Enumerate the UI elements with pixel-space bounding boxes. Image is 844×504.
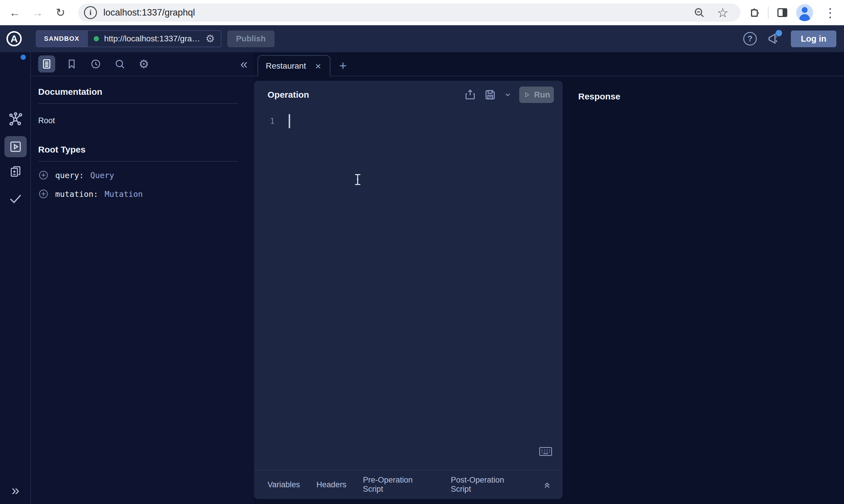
expand-footer-icon[interactable] [542,480,552,490]
bookmark-star-icon[interactable]: ☆ [713,3,732,22]
side-panel-icon[interactable] [776,6,789,19]
apollo-logo[interactable]: A [6,31,22,46]
response-title: Response [578,92,620,102]
apollo-header: A SANDBOX http://localhost:1337/gra… ⚙ P… [0,25,844,52]
tab-headers[interactable]: Headers [316,480,346,489]
sidebar-expand-icon[interactable]: » [0,482,31,498]
run-label: Run [534,90,550,100]
profile-avatar[interactable] [796,4,813,21]
operation-title: Operation [268,90,464,100]
connection-settings-icon[interactable]: ⚙ [205,33,215,44]
endpoint-url-field[interactable]: http://localhost:1337/gra… ⚙ [88,31,221,47]
field-name[interactable]: mutation: [55,190,98,199]
sidebar-item-schema[interactable] [0,111,31,127]
field-name[interactable]: query: [55,171,84,180]
endpoint-url-text[interactable]: http://localhost:1337/gra… [104,34,200,43]
apollo-sandbox-app: ← → ↻ i localhost:1337/graphql ☆ [0,0,844,504]
browser-toolbar: ← → ↻ i localhost:1337/graphql ☆ [0,0,844,25]
connection-status-dot [94,36,99,41]
schema-notification-dot [20,55,26,60]
tab-post-operation-script[interactable]: Post-Operation Script [451,475,526,494]
announcement-notification-dot [776,30,782,36]
left-sidebar: » [0,52,31,504]
add-field-icon[interactable] [38,188,49,199]
field-type-link[interactable]: Query [90,171,114,180]
keyboard-shortcuts-icon[interactable] [539,447,552,456]
text-caret [289,114,290,128]
docs-divider [38,103,238,104]
publish-button[interactable]: Publish [227,31,275,47]
announcements-icon[interactable] [767,32,781,46]
field-type-link[interactable]: Mutation [105,190,143,199]
docs-tab-history-icon[interactable] [88,56,103,72]
operation-footer: Variables Headers Pre-Operation Script P… [254,470,563,499]
docs-tab-search-icon[interactable] [112,56,127,72]
browser-menu-icon[interactable]: ⋮ [821,3,840,22]
toolbar-divider [768,7,769,18]
operation-tabstrip: Restaurant × + [254,52,844,76]
docs-tab-saved-icon[interactable] [64,56,79,72]
address-bar[interactable]: i localhost:1337/graphql ☆ [78,3,740,22]
browser-forward-icon[interactable]: → [28,3,47,22]
login-button[interactable]: Log in [791,31,837,47]
browser-back-icon[interactable]: ← [5,3,24,22]
sidebar-item-checks[interactable] [0,191,31,206]
run-button[interactable]: Run [519,87,554,103]
save-options-chevron-icon[interactable] [504,91,512,98]
line-number: 1 [270,116,275,128]
tab-variables[interactable]: Variables [268,480,300,489]
explorer-active-tile [4,136,27,157]
help-icon[interactable]: ? [743,32,757,46]
tab-close-icon[interactable]: × [314,61,322,71]
docs-tab-documentation[interactable] [38,55,55,72]
browser-reload-icon[interactable]: ↻ [51,3,70,22]
tab-label: Restaurant [266,61,314,71]
url-text[interactable]: localhost:1337/graphql [103,7,693,18]
share-operation-icon[interactable] [464,89,476,101]
collapse-panel-icon[interactable]: « [241,57,247,71]
docs-root-link[interactable]: Root [38,116,247,125]
save-operation-icon[interactable] [484,89,496,101]
extensions-icon[interactable] [748,6,760,19]
site-info-icon[interactable]: i [84,6,97,19]
tab-pre-operation-script[interactable]: Pre-Operation Script [363,475,434,494]
sandbox-badge: SANDBOX [36,31,88,47]
root-types-title: Root Types [38,145,247,155]
field-row-mutation: mutation: Mutation [38,188,247,199]
root-types-divider [38,161,238,162]
workspace-region: Restaurant × + Operation [254,52,844,504]
zoom-out-icon[interactable] [693,7,705,18]
docs-toolbar: ⚙ « [31,52,254,76]
mouse-ibeam-cursor [354,174,362,185]
tab-restaurant[interactable]: Restaurant × [258,55,330,76]
field-row-query: query: Query [38,170,247,180]
operation-panel: Operation [254,81,563,499]
docs-title: Documentation [38,87,247,97]
docs-tab-settings-icon[interactable]: ⚙ [136,56,152,72]
sidebar-item-explorer[interactable] [0,136,31,157]
add-field-icon[interactable] [38,170,49,180]
sidebar-item-changelog[interactable] [0,164,31,179]
documentation-panel: ⚙ « Documentation Root Root Types query:… [31,52,254,504]
operation-editor[interactable]: 1 [254,109,563,128]
endpoint-group: SANDBOX http://localhost:1337/gra… ⚙ [36,30,221,47]
add-tab-icon[interactable]: + [339,59,347,72]
